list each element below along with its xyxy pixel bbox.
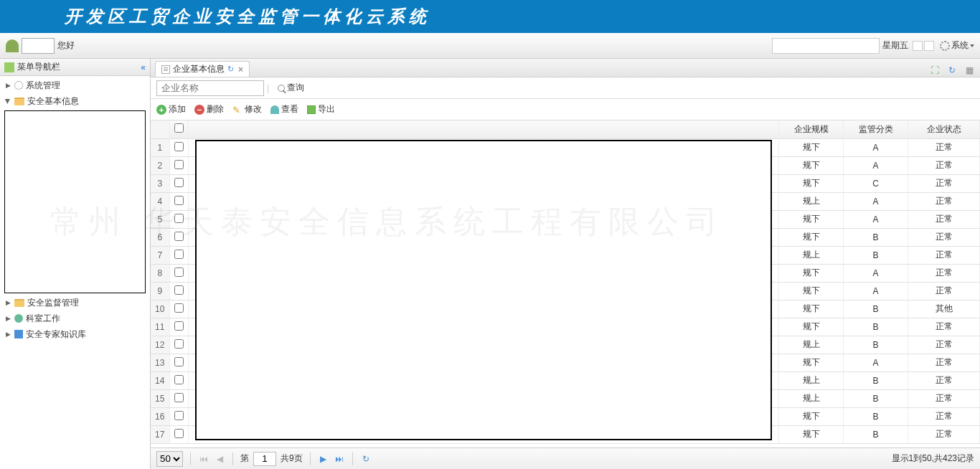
tab-company-info[interactable]: 企业基本信息 ↻ × <box>155 61 250 77</box>
tree-node-system[interactable]: ▶ 系统管理 <box>0 77 150 93</box>
close-icon[interactable]: × <box>238 65 243 75</box>
table-row[interactable]: 15规上B正常 <box>151 389 980 407</box>
last-page-button[interactable]: ⏭ <box>334 453 345 465</box>
prev-page-button[interactable]: ◀ <box>214 453 225 465</box>
table-row[interactable]: 14规上B正常 <box>151 371 980 389</box>
system-label: 系统 <box>951 39 969 52</box>
table-row[interactable]: 3规下C正常 <box>151 174 980 192</box>
row-checkbox[interactable] <box>174 232 184 241</box>
reload-icon[interactable]: ↻ <box>946 64 958 77</box>
table-row[interactable]: 16规下B正常 <box>151 407 980 425</box>
cell-status: 正常 <box>908 138 980 156</box>
row-checkbox[interactable] <box>174 214 184 223</box>
refresh-icon[interactable]: ↻ <box>227 65 234 74</box>
row-checkbox[interactable] <box>174 285 184 295</box>
row-checkbox[interactable] <box>174 411 184 420</box>
tree-node-supervision[interactable]: ▶ 安全监督管理 <box>0 295 150 311</box>
search-input[interactable] <box>156 80 264 96</box>
cell-rownum: 3 <box>151 174 169 192</box>
table-row[interactable]: 6规下B正常 <box>151 228 980 246</box>
content-area: 企业基本信息 ↻ × ⛶ ↻ ▦ | 查询 +添加 −删除 修改 查看 导出 <box>151 59 980 469</box>
arrow-icon: ▶ <box>4 315 11 322</box>
tree-node-dept[interactable]: ▶ 科室工作 <box>0 311 150 326</box>
cell-checkbox <box>169 354 188 371</box>
cell-rownum: 16 <box>151 407 169 425</box>
collapse-icon[interactable]: « <box>141 62 146 72</box>
cell-main <box>188 300 779 318</box>
col-checkbox-header <box>169 120 188 138</box>
col-category[interactable]: 监管分类 <box>844 120 908 138</box>
cell-scale: 规上 <box>779 371 844 389</box>
search-label: 查询 <box>287 82 304 94</box>
page-input[interactable] <box>253 452 276 466</box>
cell-main <box>188 371 779 389</box>
tree-node-expert[interactable]: ▶ 安全专家知识库 <box>0 326 150 342</box>
row-checkbox[interactable] <box>174 429 184 438</box>
cell-scale: 规下 <box>779 354 844 371</box>
cell-scale: 规上 <box>779 192 844 210</box>
col-scale[interactable]: 企业规模 <box>779 120 844 138</box>
row-checkbox[interactable] <box>174 160 184 169</box>
table-row[interactable]: 5规下A正常 <box>151 210 980 228</box>
table-row[interactable]: 12规上B正常 <box>151 336 980 354</box>
search-button[interactable]: 查询 <box>278 82 304 94</box>
view-button[interactable]: 查看 <box>270 103 298 115</box>
grid-container[interactable]: 企业规模 监管分类 企业状态 1规下A正常2规下A正常3规下C正常4规上A正常5… <box>151 120 980 447</box>
add-button[interactable]: +添加 <box>156 103 186 115</box>
delete-button[interactable]: −删除 <box>194 103 224 115</box>
cell-rownum: 5 <box>151 210 169 228</box>
row-checkbox[interactable] <box>174 303 184 313</box>
row-checkbox[interactable] <box>174 196 184 205</box>
cell-checkbox <box>169 371 188 389</box>
table-row[interactable]: 1规下A正常 <box>151 138 980 156</box>
pager-info: 显示1到50,共423记录 <box>892 453 974 465</box>
row-checkbox[interactable] <box>174 142 184 151</box>
grid-icon[interactable]: ▦ <box>963 64 976 77</box>
cell-category: B <box>844 371 908 389</box>
table-row[interactable]: 9规下A正常 <box>151 282 980 300</box>
table-row[interactable]: 7规上B正常 <box>151 246 980 264</box>
table-row[interactable]: 10规下B其他 <box>151 300 980 318</box>
search-bar: | 查询 <box>151 77 980 99</box>
export-button[interactable]: 导出 <box>307 103 335 115</box>
cell-category: B <box>844 300 908 318</box>
cell-status: 正常 <box>908 371 980 389</box>
select-all-checkbox[interactable] <box>174 123 184 133</box>
table-row[interactable]: 4规上A正常 <box>151 192 980 210</box>
col-status[interactable]: 企业状态 <box>908 120 980 138</box>
first-page-button[interactable]: ⏮ <box>198 453 209 465</box>
arrow-icon: ▶ <box>4 82 11 89</box>
table-row[interactable]: 11规下B正常 <box>151 318 980 336</box>
cell-category: A <box>844 354 908 371</box>
row-checkbox[interactable] <box>174 321 184 331</box>
next-page-button[interactable]: ▶ <box>318 453 329 465</box>
row-checkbox[interactable] <box>174 250 184 259</box>
row-checkbox[interactable] <box>174 375 184 384</box>
cell-main <box>188 282 779 300</box>
table-row[interactable]: 17规下B正常 <box>151 425 980 443</box>
table-row[interactable]: 2规下A正常 <box>151 156 980 174</box>
cell-main <box>188 174 779 192</box>
cell-scale: 规上 <box>779 246 844 264</box>
tree-node-safety-basic[interactable]: ▶ 安全基本信息 <box>0 93 150 109</box>
row-checkbox[interactable] <box>174 339 184 349</box>
indicator-box-1 <box>913 41 923 51</box>
export-icon <box>307 105 316 114</box>
expand-icon[interactable]: ⛶ <box>928 64 941 77</box>
tree-label: 系统管理 <box>26 80 60 92</box>
table-row[interactable]: 8规下A正常 <box>151 264 980 282</box>
row-checkbox[interactable] <box>174 178 184 187</box>
refresh-button[interactable]: ↻ <box>360 453 372 465</box>
edit-button[interactable]: 修改 <box>232 103 262 115</box>
cell-scale: 规下 <box>779 425 844 443</box>
row-checkbox[interactable] <box>174 267 184 277</box>
row-checkbox[interactable] <box>174 393 184 402</box>
tree-label: 安全基本信息 <box>27 95 79 108</box>
row-checkbox[interactable] <box>174 357 184 366</box>
arrow-icon: ▶ <box>4 331 11 338</box>
system-menu-button[interactable]: 系统 <box>940 39 974 52</box>
arrow-icon: ▶ <box>4 98 11 105</box>
table-row[interactable]: 13规下A正常 <box>151 354 980 371</box>
page-size-select[interactable]: 50 <box>156 451 183 467</box>
tree-label: 安全监督管理 <box>27 297 79 309</box>
